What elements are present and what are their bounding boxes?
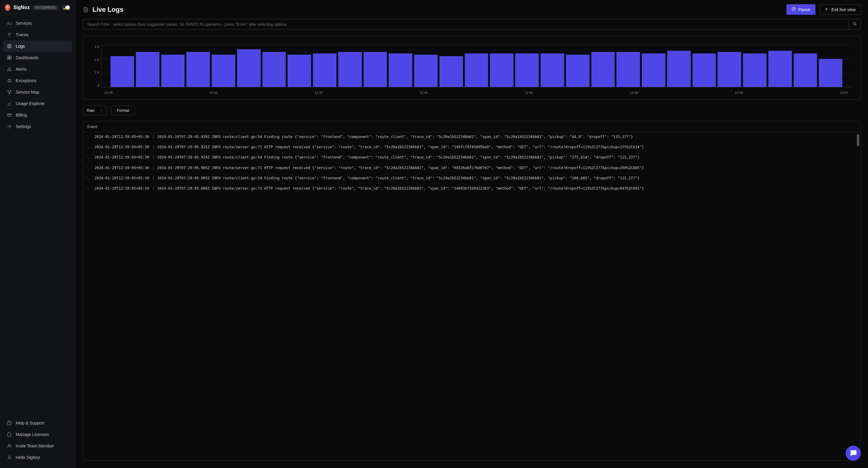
search-input[interactable] bbox=[83, 19, 849, 30]
expand-icon[interactable] bbox=[86, 144, 92, 151]
svg-point-2 bbox=[10, 91, 11, 92]
exit-live-view-button[interactable]: Exit live view bbox=[820, 4, 861, 15]
expand-icon[interactable] bbox=[86, 155, 92, 161]
chart-bar[interactable] bbox=[490, 54, 514, 87]
chart-bar[interactable] bbox=[515, 54, 539, 87]
view-mode-select[interactable]: Raw bbox=[83, 106, 107, 115]
chart-bar[interactable] bbox=[313, 54, 336, 87]
pause-icon bbox=[792, 7, 796, 12]
sidebar-item-billing[interactable]: Billing bbox=[3, 109, 72, 121]
expand-icon[interactable] bbox=[86, 134, 92, 141]
sidebar-item-alerts[interactable]: Alerts bbox=[3, 63, 72, 75]
view-mode-value: Raw bbox=[87, 108, 95, 113]
chart-bar[interactable] bbox=[136, 52, 159, 87]
log-row[interactable]: 2024-01-29T12:59:05+05:30|2024-01-29T07:… bbox=[83, 153, 861, 163]
chart-bar[interactable] bbox=[439, 56, 463, 87]
chart-bar[interactable] bbox=[642, 54, 665, 87]
alert-icon bbox=[7, 66, 12, 72]
sidebar-header: SigNoz ENTERPRISE 🌙 bbox=[0, 0, 75, 15]
chart-bar[interactable] bbox=[794, 54, 817, 87]
y-tick: 3 K bbox=[89, 45, 101, 49]
sidebar-item-dashboards[interactable]: Dashboards bbox=[3, 52, 72, 63]
search-icon bbox=[852, 22, 857, 27]
chart-bar[interactable] bbox=[262, 52, 286, 87]
chart-bar[interactable] bbox=[111, 56, 134, 87]
log-timestamp: 2024-01-29T12:59:05+05:30 bbox=[95, 165, 149, 171]
chart-bar[interactable] bbox=[161, 55, 185, 87]
sidebar-item-label: Traces bbox=[16, 32, 28, 37]
sidebar-item-label: Usage Explorer bbox=[16, 101, 45, 106]
log-row[interactable]: 2024-01-29T12:59:05+05:30|2024-01-29T07:… bbox=[83, 143, 861, 153]
chart-bar[interactable] bbox=[819, 59, 842, 87]
chart-bar[interactable] bbox=[743, 54, 767, 87]
log-separator: | bbox=[152, 176, 154, 182]
chart-bar[interactable] bbox=[465, 54, 488, 87]
chart-bar[interactable] bbox=[237, 49, 261, 87]
sidebar-item-help[interactable]: Help & Support bbox=[3, 417, 72, 429]
chart-bar[interactable] bbox=[667, 51, 691, 87]
chart-bar[interactable] bbox=[338, 52, 362, 87]
chart-bar[interactable] bbox=[287, 55, 311, 87]
expand-icon[interactable] bbox=[86, 165, 92, 171]
expand-icon[interactable] bbox=[86, 176, 92, 182]
log-timestamp: 2024-01-29T12:59:05+05:30 bbox=[95, 134, 149, 141]
chart-bar[interactable] bbox=[692, 54, 716, 87]
scrollbar-thumb[interactable] bbox=[857, 134, 859, 146]
log-panel: Event 2024-01-29T12:59:05+05:30|2024-01-… bbox=[83, 121, 861, 461]
x-tick: 12:41 bbox=[420, 91, 428, 96]
x-tick: 12:45 bbox=[525, 91, 533, 96]
log-separator: | bbox=[152, 144, 154, 151]
svg-point-9 bbox=[792, 7, 796, 11]
chart-bar[interactable] bbox=[414, 55, 438, 87]
dashboard-icon bbox=[7, 55, 12, 60]
sidebar-item-service-map[interactable]: Service Map bbox=[3, 86, 72, 98]
chart-bar[interactable] bbox=[389, 54, 412, 87]
sidebar-item-services[interactable]: Services bbox=[3, 18, 72, 29]
sidebar-item-label: Exceptions bbox=[16, 78, 36, 83]
log-row[interactable]: 2024-01-29T12:59:05+05:30|2024-01-29T07:… bbox=[83, 174, 861, 184]
svg-rect-10 bbox=[793, 8, 794, 10]
brand-logo bbox=[5, 4, 10, 11]
sidebar-item-usage-explorer[interactable]: Usage Explorer bbox=[3, 98, 72, 109]
log-message: 2024-01-29T07:29:05.905Z INFO route/clie… bbox=[157, 176, 858, 182]
sidebar-item-logs[interactable]: Logs bbox=[3, 40, 72, 52]
svg-rect-11 bbox=[794, 8, 794, 10]
chart-bar[interactable] bbox=[591, 52, 615, 87]
log-message: 2024-01-29T07:29:05.924Z INFO route/clie… bbox=[157, 155, 858, 161]
log-table-header: Event bbox=[83, 121, 861, 132]
chart-bar[interactable] bbox=[616, 52, 640, 87]
sidebar-item-licenses[interactable]: Manage Licenses bbox=[3, 429, 72, 440]
sidebar-item-label: Hello SigNoz bbox=[16, 455, 40, 460]
sidebar-item-invite[interactable]: Invite Team Member bbox=[3, 440, 72, 452]
chart-bar[interactable] bbox=[186, 52, 210, 87]
chart-bar[interactable] bbox=[212, 55, 235, 87]
chart-bar[interactable] bbox=[540, 54, 564, 87]
pause-button[interactable]: Pause bbox=[786, 4, 815, 15]
sidebar: SigNoz ENTERPRISE 🌙 Services Traces Logs bbox=[0, 0, 75, 468]
sidebar-item-traces[interactable]: Traces bbox=[3, 29, 72, 40]
chart-bar[interactable] bbox=[768, 51, 792, 87]
log-message: 2024-01-29T07:29:05.925Z INFO route/serv… bbox=[157, 144, 858, 151]
chart-bar[interactable] bbox=[364, 52, 387, 87]
chart-bar[interactable] bbox=[718, 52, 741, 87]
sidebar-item-settings[interactable]: Settings bbox=[3, 121, 72, 132]
expand-icon[interactable] bbox=[86, 186, 92, 192]
log-separator: | bbox=[152, 155, 154, 161]
svg-rect-4 bbox=[7, 114, 11, 116]
sidebar-item-exceptions[interactable]: Exceptions bbox=[3, 75, 72, 86]
theme-toggle[interactable]: 🌙 bbox=[61, 5, 70, 10]
search-button[interactable] bbox=[849, 19, 861, 30]
log-volume-chart: 3 K2 K1 K0 12:2912:3312:3712:4112:4512:4… bbox=[89, 45, 855, 96]
chart-bar[interactable] bbox=[566, 55, 590, 87]
log-row[interactable]: 2024-01-29T12:59:05+05:30|2024-01-29T07:… bbox=[83, 184, 861, 194]
sidebar-item-hello[interactable]: Hello SigNoz bbox=[3, 452, 72, 463]
log-table-body[interactable]: 2024-01-29T12:59:05+05:30|2024-01-29T07:… bbox=[83, 132, 861, 461]
log-row[interactable]: 2024-01-29T12:59:05+05:30|2024-01-29T07:… bbox=[83, 163, 861, 174]
log-timestamp: 2024-01-29T12:59:05+05:30 bbox=[95, 176, 149, 182]
logs-icon bbox=[7, 43, 12, 49]
help-chat-button[interactable] bbox=[846, 446, 861, 461]
plan-badge: ENTERPRISE bbox=[33, 5, 58, 10]
bar-chart-icon bbox=[7, 21, 12, 26]
log-row[interactable]: 2024-01-29T12:59:05+05:30|2024-01-29T07:… bbox=[83, 132, 861, 143]
format-button[interactable]: Format bbox=[111, 106, 135, 115]
